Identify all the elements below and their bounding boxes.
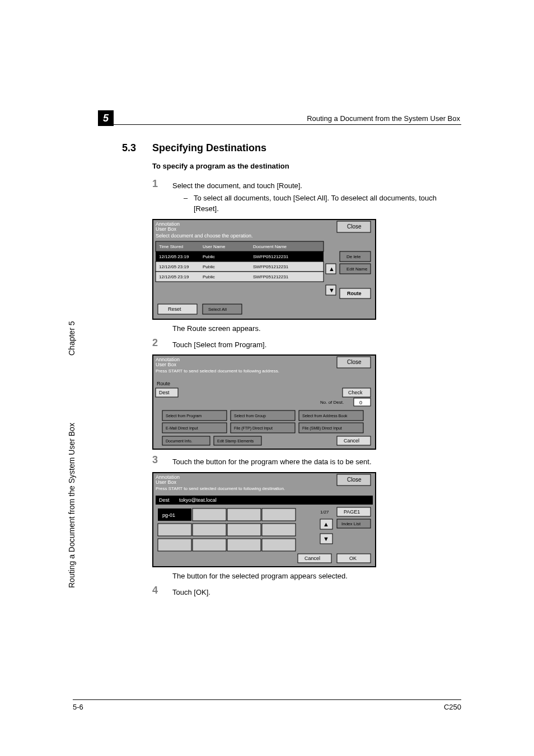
bullet-dash: – <box>184 193 194 214</box>
s3-prompt: Press START to send selected document to… <box>156 486 285 491</box>
svg-text:Select from Address Book: Select from Address Book <box>302 414 348 418</box>
s2-prompt: Press START to send selected document to… <box>156 368 279 374</box>
step-1-text: Select the document, and touch [Route]. <box>172 178 302 192</box>
intertext-3: The button for the selected program appe… <box>172 572 460 580</box>
svg-text:▲: ▲ <box>329 265 335 272</box>
step-4-number: 4 <box>152 585 172 598</box>
footer-model: C250 <box>444 703 461 711</box>
s1-r2-doc: SWFP051212231 <box>253 274 289 279</box>
svg-rect-46 <box>193 524 226 536</box>
s1-r2-user: Public <box>203 274 215 279</box>
step-3-text: Touch the button for the program where t… <box>172 454 372 468</box>
step-2-text: Touch [Select from Program]. <box>172 337 266 351</box>
svg-rect-51 <box>227 539 261 551</box>
s3-ok: OK <box>349 556 357 561</box>
s1-close: Close <box>347 223 362 230</box>
step-1-bullet: To select all documents, touch [Select A… <box>194 193 460 214</box>
sidebar-chapter: Chapter 5 <box>67 321 76 356</box>
s2-cancel: Cancel <box>344 438 359 444</box>
s1-route: Route <box>347 291 362 296</box>
s1-r2-time: 12/12/05 23:19 <box>159 274 189 279</box>
svg-rect-44 <box>262 508 296 521</box>
screenshot-3: Annotation User Box Press START to send … <box>152 472 460 567</box>
s2-docinfo: Document Info. <box>166 439 193 443</box>
svg-text:Select from Program: Select from Program <box>166 414 202 418</box>
step-3-number: 3 <box>152 454 172 468</box>
svg-text:Select from Group: Select from Group <box>234 414 266 418</box>
s1-edit: Edit Name <box>346 267 368 272</box>
s2-noval: 0 <box>359 400 362 405</box>
s3-cancel: Cancel <box>305 556 320 561</box>
s1-r0-doc: SWFP051212231 <box>253 254 289 259</box>
svg-text:▼: ▼ <box>329 287 335 293</box>
s3-index: Index List <box>341 521 361 526</box>
s3-pg: pg-01 <box>162 512 175 518</box>
section-number: 5.3 <box>122 142 152 154</box>
s1-r1-doc: SWFP051212231 <box>253 264 289 269</box>
screenshot-1: Annotation User Box Select document and … <box>152 219 460 320</box>
intertext-1: The Route screen appears. <box>172 324 460 333</box>
svg-rect-42 <box>193 508 226 521</box>
svg-rect-48 <box>262 524 296 536</box>
step-2-number: 2 <box>152 337 172 351</box>
s1-col-doc: Document Name <box>253 244 287 249</box>
s3-page1: PAGE1 <box>344 509 360 515</box>
svg-text:File (FTP) Direct Input: File (FTP) Direct Input <box>234 426 273 431</box>
s1-r0-time: 12/12/05 23:19 <box>159 254 189 259</box>
svg-rect-49 <box>158 539 191 551</box>
svg-rect-47 <box>227 524 261 536</box>
s2-route: Route <box>157 381 170 386</box>
svg-text:▼: ▼ <box>323 535 329 542</box>
sidebar-running-title: Routing a Document from the System User … <box>67 423 76 588</box>
s2-check: Check <box>348 390 363 395</box>
s1-col-user: User Name <box>203 244 226 249</box>
svg-text:E-Mail Direct Input: E-Mail Direct Input <box>166 426 198 431</box>
screenshot-2: Annotation User Box Press START to send … <box>152 354 460 450</box>
step-1-number: 1 <box>152 178 172 192</box>
svg-rect-52 <box>262 539 296 551</box>
s3-destval: tokyo@teat.local <box>179 497 217 503</box>
footer-page: 5-6 <box>73 703 83 711</box>
s1-delete: De lete <box>346 254 361 259</box>
s2-editstamp: Edit Stamp Elements <box>217 439 254 444</box>
s3-frac: 1/27 <box>320 510 329 515</box>
chapter-number-box: 5 <box>98 110 114 126</box>
svg-text:File (SMB) Direct Input: File (SMB) Direct Input <box>302 426 342 431</box>
s1-reset: Reset <box>168 306 181 312</box>
header-rule <box>98 124 461 125</box>
svg-rect-45 <box>158 524 191 536</box>
s3-close: Close <box>347 477 362 483</box>
s1-title2: User Box <box>156 226 177 232</box>
s2-dest: Dest <box>159 390 170 395</box>
s3-title2: User Box <box>156 479 177 485</box>
step-4-text: Touch [OK]. <box>172 585 210 598</box>
svg-rect-50 <box>193 539 226 551</box>
s2-close: Close <box>347 359 362 365</box>
s2-noof: No. of Dest. <box>320 400 344 405</box>
s1-r1-user: Public <box>203 264 215 269</box>
s1-r0-user: Public <box>203 254 215 259</box>
s1-r1-time: 12/12/05 23:19 <box>159 264 189 269</box>
footer-rule <box>73 699 461 700</box>
s1-prompt: Select document and choose the operation… <box>156 233 253 239</box>
subsection-heading: To specify a program as the destination <box>152 162 460 170</box>
svg-rect-43 <box>227 508 261 521</box>
section-title: Specifying Destinations <box>152 142 266 154</box>
svg-text:▲: ▲ <box>323 521 329 528</box>
s1-select-all: Select All <box>208 307 227 312</box>
s2-title2: User Box <box>156 362 177 367</box>
s1-col-time: Time Stored <box>159 244 183 249</box>
s3-dest: Dest <box>159 497 170 503</box>
running-header: Routing a Document from the System User … <box>307 114 460 123</box>
